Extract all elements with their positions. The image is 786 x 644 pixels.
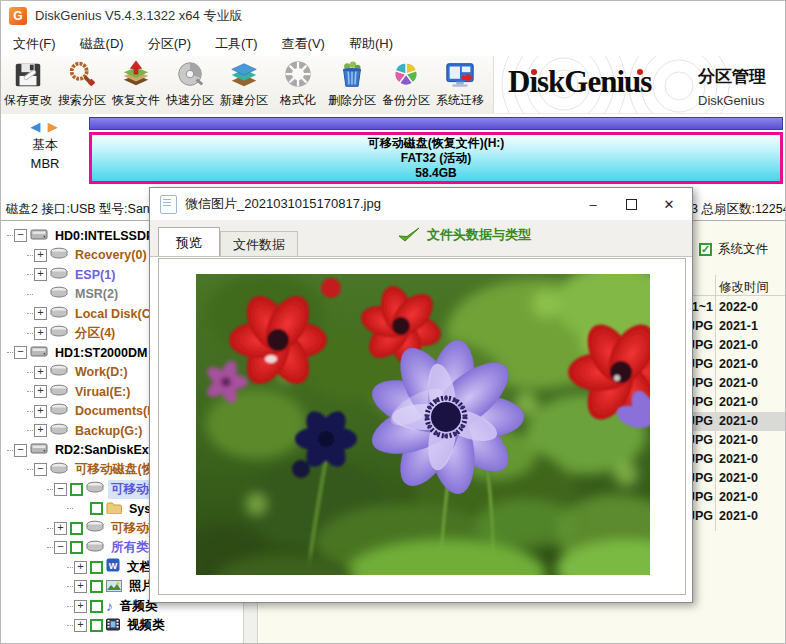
- tree-checkbox[interactable]: [90, 561, 103, 574]
- partition-disk-icon: [50, 246, 68, 264]
- tree-item-icon: [50, 285, 68, 303]
- tree-connector: [7, 352, 13, 353]
- maximize-icon: [626, 199, 637, 210]
- hard-disk-icon: [30, 227, 48, 245]
- file-modified-date: 2021-1: [719, 319, 758, 333]
- brand-area: DiskGenius 分区管理 DiskGenius: [493, 56, 786, 113]
- tree-expander[interactable]: −: [54, 483, 67, 496]
- tree-checkbox[interactable]: [90, 619, 103, 632]
- menu-item[interactable]: 查看(V): [270, 32, 337, 56]
- tree-expander[interactable]: +: [34, 424, 47, 437]
- tree-expander[interactable]: +: [34, 405, 47, 418]
- save-changes-button[interactable]: 保存更改: [1, 56, 55, 112]
- tree-item-icon: [106, 617, 120, 635]
- tree-checkbox[interactable]: [70, 541, 83, 554]
- tree-expander[interactable]: +: [34, 249, 47, 262]
- backup-partition-button[interactable]: 备份分区: [379, 56, 433, 112]
- menu-item[interactable]: 磁盘(D): [68, 32, 136, 56]
- backup-partition-icon: [390, 59, 422, 91]
- disk-capacity-strip[interactable]: [89, 117, 783, 130]
- tree-expander[interactable]: +: [74, 619, 87, 632]
- modified-time-column-header[interactable]: 修改时间: [719, 279, 769, 296]
- system-migrate-button[interactable]: 系统迁移: [433, 56, 487, 112]
- tree-connector: [27, 430, 33, 431]
- tree-item-icon: ♪: [106, 598, 113, 614]
- tree-expander[interactable]: +: [74, 580, 87, 593]
- delete-partition-button[interactable]: 删除分区: [325, 56, 379, 112]
- svg-text:W: W: [109, 561, 118, 571]
- search-partition-icon: [66, 59, 98, 91]
- tree-item[interactable]: + 视频类: [1, 616, 243, 636]
- new-partition-button[interactable]: 新建分区: [217, 56, 271, 112]
- tree-connector: [67, 586, 73, 587]
- toolbar-button-label: 搜索分区: [58, 92, 106, 109]
- partition-disk-icon: [50, 383, 68, 401]
- tree-item-label: Work(D:): [72, 364, 131, 380]
- system-files-checkbox[interactable]: ✓: [699, 243, 712, 256]
- menu-item[interactable]: 文件(F): [1, 32, 68, 56]
- tree-checkbox[interactable]: [70, 483, 83, 496]
- partition-overview-panel: ◀ ▶ 基本 MBR 可移动磁盘(恢复文件)(H:) FAT32 (活动) 58…: [1, 114, 785, 197]
- menu-item[interactable]: 分区(P): [136, 32, 203, 56]
- tree-checkbox[interactable]: [90, 502, 103, 515]
- dialog-title-bar[interactable]: 微信图片_2021031015170817.jpg – ✕: [150, 188, 692, 220]
- app-icon: G: [9, 7, 27, 25]
- tree-item-label: Backup(G:): [72, 423, 145, 439]
- prev-disk-arrow-icon[interactable]: ◀: [30, 119, 42, 134]
- tree-expander[interactable]: −: [14, 346, 27, 359]
- tree-expander[interactable]: +: [34, 307, 47, 320]
- tab-file-data[interactable]: 文件数据: [220, 231, 298, 256]
- tree-expander[interactable]: +: [74, 600, 87, 613]
- minimize-button[interactable]: –: [574, 188, 612, 220]
- tree-expander[interactable]: +: [34, 385, 47, 398]
- tree-expander[interactable]: +: [34, 366, 47, 379]
- partition-disk-icon: [86, 519, 104, 537]
- tree-expander[interactable]: +: [34, 268, 47, 281]
- dialog-title: 微信图片_2021031015170817.jpg: [185, 195, 381, 213]
- partition-box[interactable]: 可移动磁盘(恢复文件)(H:) FAT32 (活动) 58.4GB: [89, 132, 783, 184]
- tree-expander[interactable]: +: [54, 522, 67, 535]
- menu-item[interactable]: 工具(T): [203, 32, 270, 56]
- toolbar-button-label: 恢复文件: [112, 92, 160, 109]
- tree-expander[interactable]: −: [14, 444, 27, 457]
- partition-disk-icon: [86, 539, 104, 557]
- tree-item-label: 视频类: [124, 616, 168, 635]
- tree-expander[interactable]: −: [54, 541, 67, 554]
- recover-files-icon: [120, 59, 152, 91]
- tree-item-label: Documents(F: [72, 403, 158, 419]
- sector-count-text: 3 总扇区数:12254: [691, 201, 786, 218]
- tree-checkbox[interactable]: [90, 600, 103, 613]
- tree-item-label: Recovery(0): [72, 247, 150, 263]
- quick-partition-button[interactable]: 快速分区: [163, 56, 217, 112]
- partition-disk-icon: [50, 461, 68, 479]
- hard-disk-icon: [30, 441, 48, 459]
- tree-item-icon: [50, 461, 68, 479]
- format-button[interactable]: 格式化: [271, 56, 325, 112]
- partition-name: 可移动磁盘(恢复文件)(H:): [368, 136, 505, 151]
- tree-item-label: 可移动磁盘(恢: [72, 460, 157, 479]
- brand-tagline: 分区管理: [698, 65, 766, 88]
- music-note-icon: ♪: [106, 598, 113, 614]
- recover-files-button[interactable]: 恢复文件: [109, 56, 163, 112]
- menu-item[interactable]: 帮助(H): [337, 32, 405, 56]
- tree-connector: [27, 372, 33, 373]
- tree-item-label: RD2:SanDiskExt: [52, 442, 156, 458]
- tab-preview[interactable]: 预览: [158, 227, 220, 256]
- tree-checkbox[interactable]: [90, 580, 103, 593]
- tree-expander[interactable]: +: [74, 561, 87, 574]
- partition-disk-icon: [50, 422, 68, 440]
- tree-connector: [27, 333, 33, 334]
- disk-nav: ◀ ▶ 基本 MBR: [1, 114, 89, 197]
- tree-checkbox[interactable]: [70, 522, 83, 535]
- maximize-button[interactable]: [612, 188, 650, 220]
- search-partition-button[interactable]: 搜索分区: [55, 56, 109, 112]
- close-button[interactable]: ✕: [650, 188, 688, 220]
- tree-item-label: Local Disk(C:: [72, 306, 158, 322]
- tree-expander[interactable]: +: [34, 327, 47, 340]
- next-disk-arrow-icon[interactable]: ▶: [48, 119, 60, 134]
- tree-item-icon: [50, 266, 68, 284]
- tree-expander[interactable]: −: [14, 229, 27, 242]
- system-files-filter[interactable]: ✓ 系统文件: [699, 241, 768, 258]
- tree-expander[interactable]: −: [34, 463, 47, 476]
- tree-connector: [27, 274, 33, 275]
